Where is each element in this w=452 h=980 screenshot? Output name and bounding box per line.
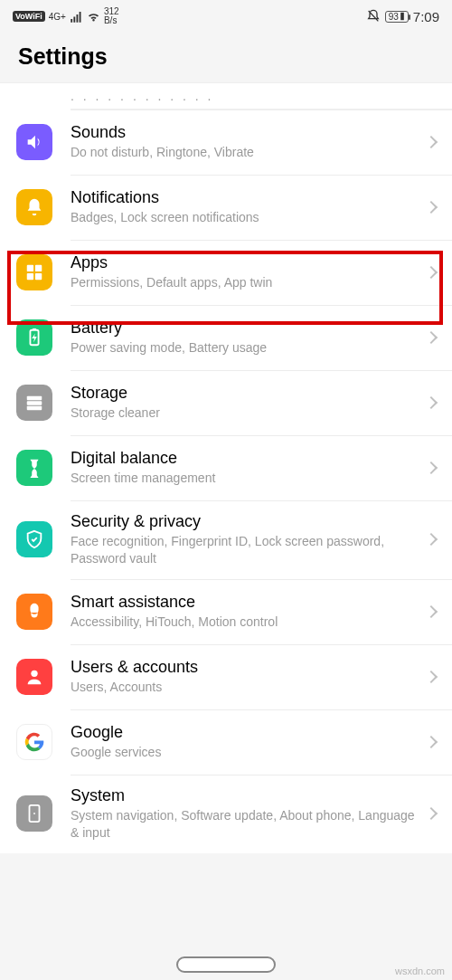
battery-indicator: 93	[385, 11, 409, 23]
chevron-right-icon	[425, 396, 438, 409]
smart-assistance-icon	[16, 594, 52, 630]
users-accounts-icon	[16, 659, 52, 695]
sounds-icon	[16, 124, 52, 160]
svg-rect-9	[27, 406, 42, 411]
row-sub: Face recognition, Fingerprint ID, Lock s…	[71, 533, 418, 567]
row-text: Apps Permissions, Default apps, App twin	[71, 253, 418, 291]
svg-rect-4	[35, 273, 42, 280]
notifications-icon	[16, 189, 52, 225]
svg-point-12	[33, 813, 35, 814]
svg-rect-3	[27, 273, 33, 280]
row-title: Notifications	[71, 188, 418, 207]
digital-balance-icon	[16, 450, 52, 486]
row-sub: Power saving mode, Battery usage	[71, 339, 418, 357]
row-title: Storage	[71, 384, 418, 403]
row-users-accounts[interactable]: Users & accounts Users, Accounts	[0, 644, 452, 709]
row-title: System	[71, 786, 418, 805]
row-sub: Accessibility, HiTouch, Motion control	[71, 614, 418, 631]
signal-icon	[70, 10, 83, 24]
network-type: 4G+	[49, 12, 66, 22]
row-text: Notifications Badges, Lock screen notifi…	[71, 188, 418, 226]
battery-bar-icon	[400, 12, 405, 21]
row-text: Digital balance Screen time management	[71, 449, 418, 487]
svg-rect-2	[35, 265, 42, 271]
svg-rect-1	[27, 265, 33, 271]
row-text: System System navigation, Software updat…	[71, 786, 418, 842]
row-storage[interactable]: Storage Storage cleaner	[0, 370, 452, 435]
chevron-right-icon	[425, 533, 438, 546]
watermark: wsxdn.com	[395, 966, 445, 976]
row-title: Apps	[71, 253, 418, 272]
row-sub: Storage cleaner	[71, 404, 418, 422]
row-notifications[interactable]: Notifications Badges, Lock screen notifi…	[0, 175, 452, 240]
row-text: Sounds Do not disturb, Ringtone, Vibrate	[71, 123, 418, 161]
status-right: 93 7:09	[366, 9, 439, 24]
row-text: Users & accounts Users, Accounts	[71, 658, 418, 696]
row-title: Users & accounts	[71, 658, 418, 677]
chevron-right-icon	[425, 461, 438, 474]
row-security-privacy[interactable]: Security & privacy Face recognition, Fin…	[0, 500, 452, 579]
chevron-right-icon	[425, 736, 438, 748]
row-sub: System navigation, Software update, Abou…	[71, 807, 418, 842]
speed-unit: B/s	[104, 16, 119, 25]
row-sub: Badges, Lock screen notifications	[71, 209, 418, 226]
apps-icon	[16, 254, 52, 290]
svg-rect-7	[27, 396, 42, 401]
chevron-right-icon	[425, 331, 438, 344]
row-text: Battery Power saving mode, Battery usage	[71, 319, 418, 357]
row-sub: Screen time management	[71, 470, 418, 487]
svg-rect-8	[27, 401, 42, 405]
svg-rect-0	[400, 13, 404, 20]
row-sub: Users, Accounts	[71, 679, 418, 696]
status-left: VoWiFi 4G+ 312 B/s	[13, 7, 119, 25]
wifi-icon	[87, 10, 100, 24]
row-sub: Google services	[71, 744, 418, 761]
page-header: Settings	[0, 29, 452, 82]
row-apps[interactable]: Apps Permissions, Default apps, App twin	[0, 240, 452, 305]
security-icon	[16, 521, 52, 557]
row-title: Security & privacy	[71, 512, 418, 531]
row-text: Security & privacy Face recognition, Fin…	[71, 512, 418, 567]
row-text: Smart assistance Accessibility, HiTouch,…	[71, 593, 418, 631]
svg-rect-6	[33, 328, 36, 330]
vowifi-badge: VoWiFi	[13, 11, 45, 22]
google-icon	[16, 724, 52, 760]
settings-list[interactable]: . . . . . . . . . . . . Sounds Do not di…	[0, 82, 452, 853]
row-system[interactable]: System System navigation, Software updat…	[0, 775, 452, 853]
row-title: Google	[71, 723, 418, 742]
chevron-right-icon	[425, 605, 438, 618]
row-digital-balance[interactable]: Digital balance Screen time management	[0, 435, 452, 500]
chevron-right-icon	[425, 266, 438, 279]
svg-point-10	[31, 670, 37, 676]
row-title: Battery	[71, 319, 418, 338]
row-google[interactable]: Google Google services	[0, 709, 452, 775]
net-speed: 312 B/s	[104, 7, 119, 25]
row-sub: Do not disturb, Ringtone, Vibrate	[71, 144, 418, 161]
row-title: Smart assistance	[71, 593, 418, 612]
battery-pct: 93	[389, 12, 399, 22]
nav-pill[interactable]	[176, 956, 276, 973]
row-title: Sounds	[71, 123, 418, 142]
row-text: Google Google services	[71, 723, 418, 761]
clock: 7:09	[413, 9, 439, 24]
system-icon	[16, 795, 52, 832]
page-title: Settings	[18, 43, 434, 70]
battery-icon	[16, 319, 52, 356]
row-title: Digital balance	[71, 449, 418, 468]
chevron-right-icon	[425, 807, 438, 820]
storage-icon	[16, 385, 52, 421]
row-battery[interactable]: Battery Power saving mode, Battery usage	[0, 305, 452, 370]
chevron-right-icon	[425, 671, 438, 683]
mute-icon	[366, 9, 381, 24]
row-text: Storage Storage cleaner	[71, 384, 418, 422]
row-sounds[interactable]: Sounds Do not disturb, Ringtone, Vibrate	[0, 109, 452, 175]
row-sub: Permissions, Default apps, App twin	[71, 274, 418, 291]
chevron-right-icon	[425, 136, 438, 148]
chevron-right-icon	[425, 201, 438, 214]
status-bar: VoWiFi 4G+ 312 B/s 93 7:09	[0, 0, 452, 29]
partial-row-peek: . . . . . . . . . . . .	[71, 83, 452, 109]
row-smart-assistance[interactable]: Smart assistance Accessibility, HiTouch,…	[0, 579, 452, 644]
